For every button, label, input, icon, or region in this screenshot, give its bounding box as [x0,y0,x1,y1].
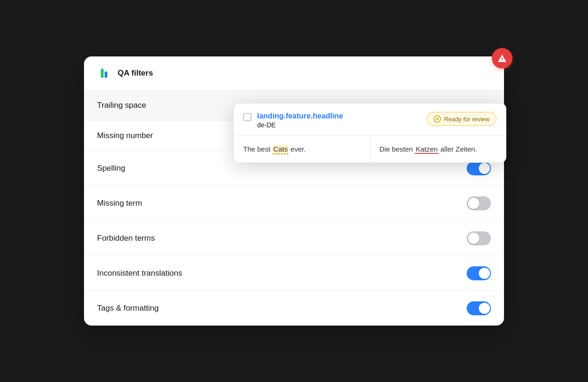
target-highlight: Katzen [415,145,439,153]
toggle-thumb-tags-formatting [479,303,490,314]
source-after: ever. [288,145,306,153]
main-card: QA filters Trailing spaceMissing numberS… [84,56,504,326]
target-before: Die besten [379,145,415,153]
logo-icon [97,66,112,81]
popup-key: landing.feature.headline [257,112,343,120]
filter-row-inconsistent-translations: Inconsistent translations [84,256,504,291]
source-before: The best [243,145,273,153]
svg-rect-5 [502,57,503,60]
target-after: aller Zeiten. [439,145,477,153]
popup-title-block: landing.feature.headline de-DE [257,112,343,129]
toggle-missing-term[interactable] [467,196,491,210]
popup-locale: de-DE [257,121,343,129]
filter-label-inconsistent-translations: Inconsistent translations [97,269,182,278]
filter-row-forbidden-terms: Forbidden terms [84,221,504,256]
popup-target-text: Die besten Katzen aller Zeiten. [370,136,506,162]
clock-icon [434,115,441,123]
popup-header-left: landing.feature.headline de-DE [243,112,343,129]
alert-button[interactable] [492,48,512,69]
toggle-thumb-forbidden-terms [468,233,479,244]
status-badge-label: Ready for review [444,116,490,123]
filter-label-tags-formatting: Tags & formatting [97,304,159,313]
header-title: QA filters [118,69,153,78]
source-highlight: Cats [273,145,289,153]
popup-checkbox[interactable] [243,113,252,121]
popup-card: landing.feature.headline de-DE Ready for… [233,103,506,163]
svg-rect-2 [105,71,107,78]
filter-label-trailing-space: Trailing space [97,101,146,110]
filter-label-spelling: Spelling [97,164,126,173]
filter-row-missing-term: Missing term [84,186,504,221]
header: QA filters [84,56,504,90]
filter-label-missing-number: Missing number [97,131,153,140]
popup-content: The best Cats ever. Die besten Katzen al… [234,136,506,162]
filter-label-forbidden-terms: Forbidden terms [97,234,155,243]
toggle-tags-formatting[interactable] [467,301,491,315]
svg-point-4 [436,118,438,120]
toggle-spelling[interactable] [467,161,491,175]
status-badge: Ready for review [427,112,497,126]
toggle-thumb-missing-term [468,198,479,209]
warning-icon [497,53,507,63]
svg-rect-6 [502,60,503,61]
toggle-thumb-spelling [479,163,490,174]
popup-header: landing.feature.headline de-DE Ready for… [234,104,506,136]
filter-label-missing-term: Missing term [97,199,142,208]
popup-source-text: The best Cats ever. [234,136,370,162]
toggle-thumb-inconsistent-translations [479,268,490,279]
filter-row-tags-formatting: Tags & formatting [84,291,504,326]
toggle-inconsistent-translations[interactable] [467,266,491,280]
svg-rect-1 [101,69,104,78]
toggle-forbidden-terms[interactable] [467,231,491,245]
